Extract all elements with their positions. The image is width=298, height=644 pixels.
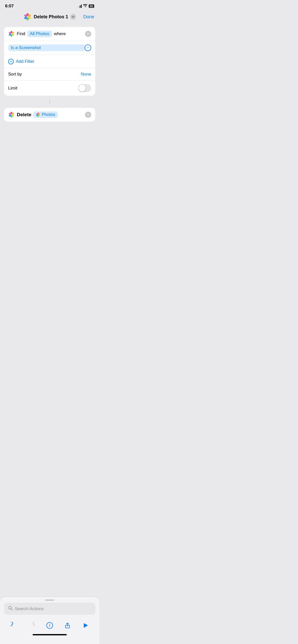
remove-filter-button[interactable]: − [85, 45, 91, 51]
sort-label: Sort by [8, 72, 22, 77]
status-bar: 6:07 31 [0, 0, 99, 11]
connector [4, 100, 95, 104]
delete-row-content: Delete Photos [8, 111, 85, 118]
add-filter-row[interactable]: + Add Filter [4, 55, 95, 68]
all-photos-pill[interactable]: All Photos [27, 31, 52, 37]
add-filter-icon: + [8, 59, 14, 64]
sort-value[interactable]: None [81, 72, 91, 77]
signal-bars-icon [77, 5, 82, 8]
nav-title[interactable]: Delete Photos 1 [23, 13, 76, 21]
find-card: Find All Photos where ✕ Is a Screenshot … [4, 27, 95, 96]
nav-bar: Delete Photos 1 Done [0, 11, 99, 24]
svg-point-13 [11, 33, 12, 35]
find-remove-button[interactable]: ✕ [85, 31, 91, 37]
find-label: Find [17, 31, 25, 36]
delete-remove-button[interactable]: ✕ [85, 112, 91, 118]
done-button[interactable]: Done [83, 14, 94, 20]
svg-point-27 [38, 114, 39, 115]
delete-row[interactable]: Delete Photos ✕ [4, 108, 95, 122]
status-time: 6:07 [5, 4, 14, 9]
nav-title-text: Delete Photos 1 [34, 14, 68, 20]
filter-row[interactable]: Is a Screenshot − [4, 41, 95, 55]
find-row-content: Find All Photos where [8, 31, 85, 37]
photos-pill-icon [36, 112, 40, 117]
toggle-thumb [79, 85, 86, 92]
delete-card: Delete Photos ✕ [4, 108, 95, 122]
svg-point-20 [11, 114, 12, 116]
limit-toggle[interactable] [78, 84, 91, 92]
add-filter-label: Add Filter [16, 59, 34, 64]
where-label: where [54, 31, 66, 36]
find-photos-icon [8, 31, 15, 37]
photos-pill-label: Photos [42, 112, 55, 117]
svg-point-6 [26, 16, 29, 18]
connector-line [49, 100, 50, 104]
photos-app-icon [23, 13, 32, 21]
battery-icon: 31 [89, 4, 94, 8]
delete-label: Delete [17, 112, 31, 118]
filter-pill[interactable]: Is a Screenshot [8, 45, 85, 51]
main-content: Find All Photos where ✕ Is a Screenshot … [0, 24, 99, 125]
status-icons: 31 [77, 4, 94, 8]
photos-pill[interactable]: Photos [33, 111, 58, 118]
sort-row[interactable]: Sort by None [4, 68, 95, 81]
limit-label: Limit [8, 86, 17, 91]
find-row[interactable]: Find All Photos where ✕ [4, 27, 95, 41]
delete-photos-icon [8, 111, 15, 118]
wifi-icon [83, 4, 87, 8]
chevron-down-icon[interactable] [70, 14, 76, 20]
limit-row[interactable]: Limit [4, 81, 95, 96]
